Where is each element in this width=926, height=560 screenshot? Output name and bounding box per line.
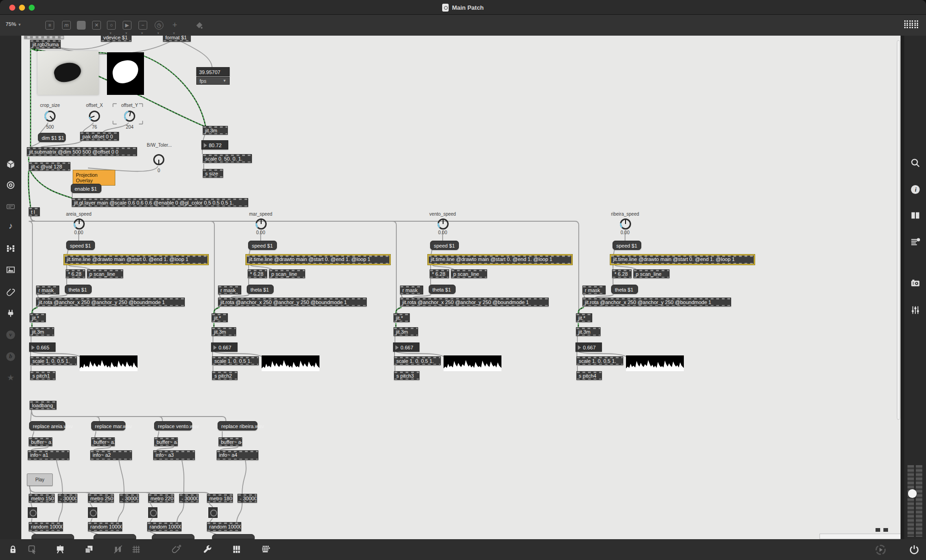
waveform-display[interactable] <box>262 355 319 371</box>
scroll-corner-button[interactable] <box>883 528 888 532</box>
power-icon[interactable] <box>909 544 920 555</box>
audio-play-ring-icon[interactable] <box>875 544 886 555</box>
subtract-object[interactable]: - 30000 <box>119 494 139 503</box>
send-pitch-object[interactable]: s pitch1 <box>30 371 56 380</box>
pitch-scale-object[interactable]: scale 1. 0. 0.5 1. <box>30 356 77 365</box>
pitch-scale-object[interactable]: scale 1. 0. 0.5 1. <box>394 356 441 365</box>
jit-3m-object[interactable]: jit.3m <box>203 126 228 135</box>
multiply-object[interactable]: * 6.28 <box>66 269 85 278</box>
jit-multiply-object[interactable]: jit.* <box>212 313 228 322</box>
pitch-scale-object[interactable]: scale 1. 0. 0.5 1. <box>212 356 259 365</box>
clipped-message-box[interactable] <box>152 534 194 539</box>
new-object-icon[interactable]: ≡ <box>45 21 54 30</box>
random-object[interactable]: random 1000000 <box>147 522 181 531</box>
receive-mask-object[interactable]: r mask <box>218 286 241 294</box>
speed-message[interactable]: speed $1 <box>248 241 277 250</box>
jit-3m-object[interactable]: jit.3m <box>212 327 236 336</box>
clipped-message-box[interactable] <box>94 534 136 539</box>
pitch-number-box[interactable]: 0.667 <box>211 342 238 352</box>
subtract-object[interactable]: - 30000 <box>58 494 77 503</box>
jit-3m-object[interactable]: jit.3m <box>30 327 54 336</box>
replace-message[interactable]: replace vento.wav <box>154 421 192 430</box>
play-button[interactable]: Play <box>27 473 53 486</box>
jit-multiply-object[interactable]: jit.* <box>394 313 410 322</box>
metro-object[interactable]: metro 18000 <box>207 494 233 503</box>
bang-button[interactable] <box>88 507 97 518</box>
clipped-box[interactable] <box>24 36 64 39</box>
toggle-icon[interactable]: ✕ <box>92 21 101 30</box>
subtract-object[interactable]: - 30000 <box>238 494 257 503</box>
waveform-display[interactable] <box>626 355 684 371</box>
receive-mask-object[interactable]: r mask <box>582 286 606 294</box>
target-icon[interactable] <box>6 180 15 190</box>
bang-button[interactable] <box>148 507 157 518</box>
scanline-subpatch[interactable]: p scan_line <box>87 269 123 278</box>
jit-multiply-object[interactable]: jit.* <box>30 313 46 322</box>
speed-message[interactable]: speed $1 <box>430 241 459 250</box>
buffer-object[interactable]: buffer~ a2 <box>91 437 115 446</box>
layers-icon[interactable] <box>84 544 94 554</box>
console-icon[interactable] <box>6 202 15 211</box>
number-box-icon[interactable]: − <box>138 21 147 30</box>
info-object[interactable]: info~ a4 <box>217 450 258 460</box>
align-icon[interactable] <box>113 544 123 554</box>
theta-message[interactable]: theta $1 <box>429 285 456 294</box>
metro-object[interactable]: metro 25000 <box>88 494 114 503</box>
package-icon[interactable] <box>6 160 15 169</box>
scroll-corner-button[interactable] <box>876 528 880 532</box>
add-object-icon[interactable]: + <box>170 21 179 30</box>
waveform-display[interactable] <box>444 355 501 371</box>
random-object[interactable]: random 1000000 <box>207 522 241 531</box>
mixer-sliders-icon[interactable] <box>910 305 920 315</box>
pitch-number-box[interactable]: 0.667 <box>393 342 419 352</box>
button-icon[interactable]: ○ <box>107 21 116 30</box>
replace-message[interactable]: replace mar.wav <box>91 421 125 430</box>
scanline-subpatch[interactable]: p scan_line <box>633 269 669 278</box>
meters-icon[interactable] <box>232 544 242 554</box>
trigger-object[interactable]: t l <box>29 207 40 216</box>
comment-icon[interactable] <box>77 21 86 30</box>
multiply-object[interactable]: * 6.28 <box>612 269 632 278</box>
plug-icon[interactable] <box>6 309 15 318</box>
buffer-object[interactable]: buffer~ a1 <box>29 437 52 446</box>
jit-rota-object[interactable]: jit.rota @anchor_x 250 @anchor_y 250 @bo… <box>400 298 549 306</box>
patcher-canvas[interactable]: vdevice $1 format $1 jit.rgb2luma 39.957… <box>21 36 901 539</box>
jit-timeline-object[interactable]: jit.time.line @drawto main @start 0. @en… <box>246 255 390 265</box>
pitch-scale-object[interactable]: scale 1. 0. 0.5 1. <box>576 356 623 365</box>
subtract-object[interactable]: - 30000 <box>179 494 199 503</box>
info-object[interactable]: info~ a2 <box>90 450 132 460</box>
scanline-subpatch[interactable]: p scan_line <box>269 269 305 278</box>
bang-button[interactable] <box>28 507 37 518</box>
zoom-selector[interactable]: 75% ▼ <box>6 21 21 27</box>
luma-preview[interactable] <box>38 51 99 95</box>
pitch-number-box[interactable]: 0.665 <box>29 342 56 352</box>
inspector-info-icon[interactable]: i <box>910 185 920 194</box>
loadbang-object[interactable]: loadbang <box>30 401 56 410</box>
buffer-object[interactable]: buffer~ a3 <box>154 437 178 446</box>
jit-threshold-object[interactable]: jit.< @val 128 <box>29 162 70 171</box>
object-palette-icon[interactable] <box>904 20 919 28</box>
send-pitch-object[interactable]: s pitch3 <box>394 371 419 380</box>
pitch-number-box[interactable]: 0.667 <box>576 342 602 352</box>
theta-message[interactable]: theta $1 <box>611 285 638 294</box>
clipped-message-box[interactable] <box>212 534 255 539</box>
paint-bucket-icon[interactable] <box>194 21 204 30</box>
select-region-icon[interactable] <box>27 544 38 554</box>
dim-message[interactable]: dim $1 $1 <box>38 133 66 142</box>
split-view-icon[interactable] <box>910 211 920 220</box>
scanline-subpatch[interactable]: p scan_line <box>451 269 487 278</box>
enable-message[interactable]: enable $1 <box>71 184 101 193</box>
vizzie-icon[interactable]: v <box>6 330 15 339</box>
theta-message[interactable]: theta $1 <box>247 285 274 294</box>
jit-timeline-object[interactable]: jit.time.line @drawto main @start 0. @en… <box>610 255 755 265</box>
bw-tolerance-dial[interactable] <box>152 153 166 168</box>
grid-icon[interactable] <box>131 544 141 554</box>
jit-timeline-object[interactable]: jit.time.line @drawto main @start 0. @en… <box>64 255 208 265</box>
audio-note-icon[interactable]: ♪ <box>9 221 13 230</box>
jit-rota-object[interactable]: jit.rota @anchor_x 250 @anchor_y 250 @bo… <box>582 298 731 306</box>
fps-dropdown[interactable]: fps▼ <box>196 77 230 85</box>
jit-3m-object[interactable]: jit.3m <box>576 327 601 336</box>
wrench-icon[interactable] <box>202 544 213 554</box>
jit-rota-object[interactable]: jit.rota @anchor_x 250 @anchor_y 250 @bo… <box>36 298 185 306</box>
mask-preview[interactable] <box>107 52 144 95</box>
